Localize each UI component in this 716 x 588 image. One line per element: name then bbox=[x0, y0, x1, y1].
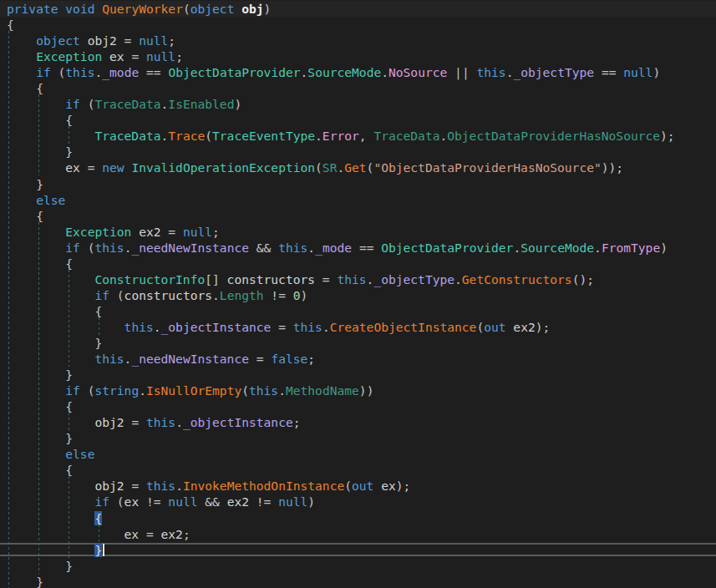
code-token: . bbox=[322, 320, 330, 334]
code-token: this bbox=[146, 415, 175, 429]
code-token bbox=[7, 97, 65, 111]
code-token bbox=[286, 288, 293, 302]
code-token bbox=[7, 463, 65, 477]
code-token bbox=[80, 97, 88, 111]
code-token: . bbox=[439, 129, 447, 143]
code-token bbox=[80, 383, 88, 398]
code-token bbox=[616, 65, 623, 79]
code-token: ex2 bbox=[506, 320, 536, 334]
code-token: ( bbox=[205, 129, 212, 143]
code-token bbox=[139, 49, 146, 63]
code-token: == bbox=[359, 241, 374, 255]
code-token: && bbox=[256, 241, 272, 255]
code-token bbox=[7, 209, 36, 223]
code-token: && bbox=[205, 494, 220, 509]
code-token: null bbox=[183, 225, 212, 239]
code-token: ) bbox=[307, 494, 315, 509]
code-token bbox=[271, 320, 278, 334]
code-token bbox=[7, 543, 94, 557]
code-token: _mode bbox=[102, 65, 139, 79]
code-token: _mode bbox=[315, 241, 352, 255]
code-token: "ObjectDataProviderHasNoSource" bbox=[373, 160, 601, 175]
code-token bbox=[7, 352, 94, 366]
code-token: { bbox=[94, 511, 102, 525]
code-token: null bbox=[278, 494, 307, 509]
code-line-4: Exception ex = null; bbox=[0, 48, 716, 64]
code-line-8: { bbox=[0, 112, 716, 128]
code-token: } bbox=[65, 368, 73, 382]
code-line-12: } bbox=[0, 176, 716, 192]
code-line-7: if (TraceData.IsEnabled) bbox=[0, 96, 716, 112]
code-line-26: { bbox=[0, 398, 716, 414]
code-token: { bbox=[36, 209, 43, 223]
code-token: if bbox=[94, 494, 109, 509]
code-text-layer: private void QueryWorker(object obj){ ob… bbox=[0, 1, 716, 588]
code-line-28: } bbox=[0, 430, 716, 446]
code-token bbox=[131, 33, 139, 48]
code-token: { bbox=[36, 81, 43, 95]
code-token: . bbox=[212, 288, 220, 302]
code-token: ( bbox=[476, 320, 484, 334]
code-token: null bbox=[146, 49, 175, 63]
code-token: . bbox=[315, 129, 322, 143]
code-line-1: private void QueryWorker(object obj) bbox=[0, 1, 716, 17]
code-token: ObjectDataProvider bbox=[168, 65, 300, 79]
code-token bbox=[58, 2, 66, 16]
code-token: ex2 bbox=[220, 494, 256, 509]
code-token: TraceData bbox=[373, 129, 439, 143]
code-token: == bbox=[146, 65, 161, 79]
code-token: ; bbox=[307, 352, 315, 366]
code-token: Exception bbox=[65, 225, 131, 239]
code-token: . bbox=[175, 415, 183, 429]
code-token bbox=[7, 272, 94, 286]
text-caret bbox=[103, 544, 104, 556]
code-token: Length bbox=[220, 288, 264, 302]
code-token: } bbox=[65, 559, 73, 573]
code-token: ; bbox=[293, 415, 301, 429]
code-token: ( bbox=[117, 494, 124, 509]
code-token: TraceData bbox=[94, 97, 160, 111]
code-token: if bbox=[65, 383, 80, 398]
code-token: new bbox=[102, 160, 124, 175]
code-line-32: if (ex != null && ex2 != null) bbox=[0, 494, 716, 509]
code-token bbox=[7, 144, 65, 159]
code-token bbox=[198, 494, 206, 509]
code-token bbox=[51, 65, 58, 79]
code-token: private bbox=[7, 2, 58, 16]
code-token: else bbox=[65, 447, 94, 461]
code-token bbox=[271, 241, 278, 255]
code-token: . bbox=[594, 241, 602, 255]
code-token: FromType bbox=[602, 241, 660, 255]
code-token bbox=[7, 431, 65, 445]
code-token: || bbox=[454, 65, 470, 79]
code-token: ; bbox=[212, 225, 220, 239]
code-token: obj2 bbox=[7, 479, 131, 493]
code-token bbox=[447, 65, 454, 79]
code-token bbox=[7, 241, 65, 255]
code-token: [] bbox=[205, 272, 220, 286]
code-token bbox=[7, 383, 65, 398]
code-line-14: { bbox=[0, 208, 716, 224]
code-line-18: ConstructorInfo[] constructors = this._o… bbox=[0, 271, 716, 287]
code-editor[interactable]: private void QueryWorker(object obj){ ob… bbox=[0, 0, 716, 588]
code-token: = bbox=[131, 415, 139, 429]
code-token bbox=[373, 241, 381, 255]
code-token: )) bbox=[359, 383, 374, 398]
code-token: ( bbox=[315, 160, 322, 175]
code-token: _needNewInstance bbox=[131, 352, 249, 366]
code-token bbox=[7, 193, 36, 207]
code-token: TraceEventType bbox=[212, 129, 315, 143]
code-token: Error bbox=[322, 129, 359, 143]
code-token bbox=[7, 33, 36, 48]
code-token bbox=[271, 494, 278, 509]
code-token: Get bbox=[344, 160, 366, 175]
code-token: ) bbox=[264, 2, 272, 16]
code-line-23: this._needNewInstance = false; bbox=[0, 351, 716, 367]
code-token: { bbox=[65, 463, 73, 477]
code-token bbox=[7, 304, 94, 318]
code-token: out bbox=[484, 320, 505, 334]
code-token: null bbox=[623, 65, 653, 79]
code-token: ConstructorInfo bbox=[94, 272, 205, 286]
code-token bbox=[7, 288, 94, 302]
code-token: ( bbox=[183, 2, 190, 16]
